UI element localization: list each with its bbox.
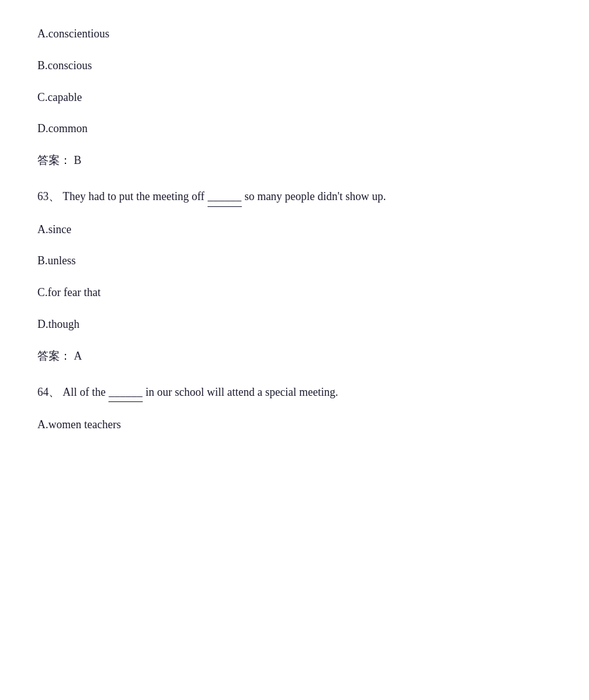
option-a-women-teachers: A.women teachers <box>37 416 552 434</box>
answer-q63: 答案： A <box>37 347 552 365</box>
option-b-conscious: B.conscious <box>37 57 552 75</box>
option-c-for-fear-that: C.for fear that <box>37 284 552 302</box>
option-a-since: A.since <box>37 221 552 239</box>
option-a-conscientious: A.conscientious <box>37 25 552 43</box>
option-b-unless: B.unless <box>37 252 552 270</box>
option-c-capable: C.capable <box>37 89 552 107</box>
option-d-though: D.though <box>37 315 552 333</box>
blank-63: ______ <box>208 187 242 207</box>
blank-64: ______ <box>108 383 143 403</box>
question-64: 64、 All of the ______ in our school will… <box>37 383 552 403</box>
answer-q62: 答案： B <box>37 151 552 170</box>
question-63: 63、 They had to put the meeting off ____… <box>37 187 552 207</box>
option-d-common: D.common <box>37 120 552 138</box>
